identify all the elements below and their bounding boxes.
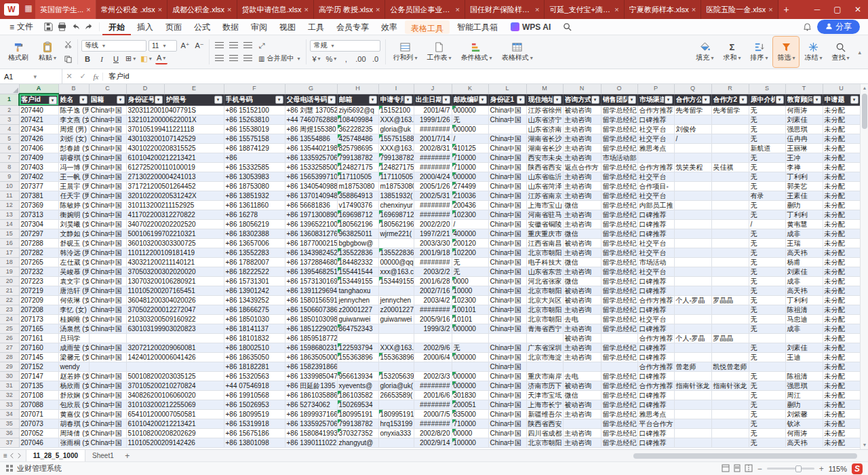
cell[interactable]: 有录 [749,191,785,200]
cell[interactable] [711,390,749,400]
cell[interactable]: 207165 [19,324,58,333]
cell[interactable]: 2005/1/26 [414,181,452,191]
cell[interactable]: 主动咨询 [563,409,601,419]
cell[interactable]: 362228235 [337,124,378,134]
cell[interactable]: +86 13554886 [285,134,337,143]
cell[interactable]: 主动咨询 [563,153,601,162]
cell[interactable]: 山东省临沂 [526,172,563,181]
cell[interactable]: zhangyut@ [337,438,378,447]
cell[interactable]: tanghaoxu [337,286,378,295]
cell[interactable]: 1997/2/21 [414,229,452,238]
row-number[interactable]: 14 [0,219,19,229]
cell[interactable]: 留学总经纪 [601,162,637,172]
cell[interactable]: 无 [749,428,785,438]
cell[interactable] [674,219,711,229]
cell[interactable]: 刘素佳 [785,343,823,352]
row-number[interactable]: 16 [0,238,19,248]
cell[interactable]: 155751588 [378,134,414,143]
column-header-O[interactable]: O [601,84,637,94]
cell[interactable]: / [452,219,488,229]
cell[interactable]: 130703200106280921 [126,276,224,286]
cell[interactable]: m18753080 [378,181,414,191]
cell[interactable] [674,343,711,352]
cell[interactable]: 社交平台 [637,248,674,257]
cell[interactable]: ######## [414,257,452,267]
cell[interactable] [711,352,749,362]
cell[interactable]: 124827175 [378,162,414,172]
filter-dropdown-icon[interactable]: ▾ [155,96,163,104]
cell[interactable]: 合作方推荐 [637,333,674,343]
menu-item[interactable]: 视图 [273,19,302,35]
cell[interactable]: 山东省菏泽 [526,181,563,191]
cell[interactable]: 207282 [19,248,58,257]
copy-icon[interactable] [64,54,72,66]
cell[interactable]: 未分配 [823,352,860,362]
cell[interactable]: xxx@163.c [378,267,414,276]
cell[interactable]: 江苏省南京 [526,191,563,200]
cell[interactable]: 2000/4/24 [414,172,452,181]
restore-button[interactable]: ▢ [827,0,848,19]
cell[interactable]: 高天祎 [785,438,823,447]
cell[interactable]: 150269534 [337,400,378,409]
cell[interactable]: 142401200006041426 [126,352,224,362]
cell[interactable]: 主动咨询 [563,172,601,181]
cell[interactable]: 411702200312270822 [126,210,224,219]
cell[interactable]: 北京市朝阳 [526,438,563,447]
tab-close-icon[interactable]: × [227,5,231,14]
cell[interactable]: 310103200212255069 [126,400,224,409]
cell[interactable]: 被动咨询 [563,238,601,248]
formula-content[interactable]: 客户id [103,71,130,81]
row-number[interactable]: 35 [0,419,19,428]
column-header-G[interactable]: G [285,84,337,94]
cell[interactable]: 2000/6/4 [414,352,452,362]
cell[interactable]: 510108200208202629 [126,428,224,438]
cell[interactable]: XXX@163.c [378,115,414,124]
cell[interactable] [749,333,785,343]
cell[interactable] [711,115,749,124]
cell[interactable]: 留学总经纪 [601,305,637,314]
cell[interactable]: +86 1391129694 [285,286,337,295]
cell[interactable]: 180562196 [378,219,414,229]
cell[interactable]: 32031120010407791S [126,105,224,115]
cell[interactable]: 被动咨询 [563,286,601,295]
header-cell[interactable]: 申请专用▾ [378,94,414,105]
cell[interactable]: China中国 [488,371,526,381]
cell[interactable]: +86 16278 [224,210,285,219]
cell[interactable]: 无 [749,200,785,210]
bold-button[interactable]: B [81,54,94,64]
cell[interactable]: 无 [749,409,785,419]
cell[interactable]: 李忆 (女) [58,305,89,314]
cell[interactable] [674,400,711,409]
cell[interactable] [785,362,823,371]
cell[interactable]: +86 15263810 [224,115,285,124]
cell[interactable]: China中国 [488,200,526,210]
cell[interactable]: 北京市朝阳 [526,314,563,324]
cell[interactable]: China中国 [89,352,126,362]
cell[interactable]: 无 [749,162,785,172]
cell[interactable]: 口碑推荐 [637,371,674,381]
cell[interactable]: 207108 [19,390,58,400]
filter-dropdown-icon[interactable]: ▾ [442,96,450,104]
cell[interactable]: China中国 [488,286,526,295]
column-header-P[interactable]: P [637,84,674,94]
cell[interactable]: 2001/4/7 [414,105,452,115]
row-number[interactable]: 31 [0,381,19,390]
cell[interactable]: 主动咨询 [563,324,601,333]
cell[interactable]: 留学总经纪 [601,134,637,143]
cell[interactable]: 未分配 [823,371,860,381]
cell[interactable]: China中国 [89,143,126,153]
cell[interactable]: 207434 [19,124,58,134]
cell[interactable]: 吴峻慕 (男 [58,267,89,276]
header-cell[interactable]: 身份证号▾ [126,94,164,105]
cell[interactable]: 青海省西宁 [526,324,563,333]
cell[interactable]: 135522836 [337,248,378,257]
cell[interactable]: 未分配 [823,115,860,124]
wps-ai-button[interactable]: WPS AI [504,22,557,32]
save-icon[interactable] [44,22,53,31]
cell[interactable]: +86 15320563 [224,371,285,381]
cell[interactable]: 370105200210270824 [126,381,224,390]
cell[interactable]: 口碑推荐 [637,115,674,124]
cell[interactable]: 主动咨询 [563,219,601,229]
cell[interactable]: China中国 [488,153,526,162]
column-header-F[interactable]: F [224,84,285,94]
